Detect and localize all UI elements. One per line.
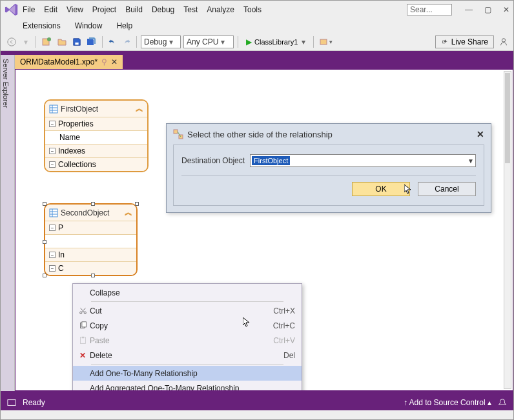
new-project-button[interactable] <box>40 35 53 49</box>
field-name[interactable]: Name <box>59 133 80 142</box>
scissors-icon <box>79 306 87 315</box>
collapse-icon[interactable]: ︽ <box>136 103 143 114</box>
ctx-add-aggregated-otm[interactable]: Add Aggregated One-To-Many Relationship <box>73 381 302 391</box>
collapse-toggle[interactable]: − <box>49 225 56 231</box>
menu-view[interactable]: View <box>67 5 83 14</box>
live-share-button[interactable]: Live Share <box>435 35 494 48</box>
dialog-close-button[interactable]: ✕ <box>477 129 484 139</box>
section-collections: C <box>58 264 64 273</box>
destination-label: Destination Object <box>181 156 245 165</box>
menu-debug[interactable]: Debug <box>152 5 174 14</box>
collapse-toggle[interactable]: − <box>49 148 56 154</box>
undo-button[interactable] <box>107 35 118 49</box>
section-indexes: Indexes <box>58 146 85 155</box>
close-button[interactable]: ✕ <box>503 5 509 14</box>
platform-combo[interactable]: Any CPU▾ <box>183 35 234 48</box>
close-tab-icon[interactable]: ✕ <box>111 57 118 66</box>
collapse-toggle[interactable]: − <box>49 252 56 258</box>
ctx-delete[interactable]: ✕DeleteDel <box>73 348 302 363</box>
collapse-toggle[interactable]: − <box>49 161 56 168</box>
vertical-scrollbar[interactable] <box>504 71 511 389</box>
search-input[interactable]: Sear... <box>407 4 452 15</box>
entity-title: SecondObject <box>61 208 122 217</box>
svg-rect-14 <box>174 130 178 134</box>
table-icon <box>49 105 58 114</box>
output-icon[interactable] <box>7 398 16 407</box>
config-combo[interactable]: Debug▾ <box>141 35 181 48</box>
ctx-copy[interactable]: CopyCtrl+C <box>73 318 302 333</box>
svg-rect-3 <box>75 42 78 45</box>
svg-rect-6 <box>50 105 57 113</box>
nav-fwd-button[interactable]: ▾ <box>20 35 32 49</box>
redo-button[interactable] <box>121 35 132 49</box>
menu-file[interactable]: File <box>23 5 35 14</box>
table-icon <box>49 208 58 217</box>
collapse-icon[interactable]: ︽ <box>125 207 132 218</box>
bell-icon[interactable] <box>498 398 507 407</box>
svg-rect-23 <box>8 400 15 406</box>
server-explorer-tab[interactable]: Server Explorer <box>1 55 15 391</box>
maximize-button[interactable]: ▢ <box>484 5 491 14</box>
status-ready: Ready <box>23 398 45 407</box>
svg-rect-22 <box>81 337 83 338</box>
collapse-toggle[interactable]: − <box>49 121 56 127</box>
relationship-dialog: Select the other side of the relationshi… <box>166 123 491 213</box>
save-button[interactable] <box>71 35 83 49</box>
svg-point-5 <box>502 38 505 41</box>
menu-edit[interactable]: Edit <box>44 5 57 14</box>
menu-help[interactable]: Help <box>116 21 132 30</box>
entity-title: FirstObject <box>61 105 133 114</box>
copy-icon <box>79 321 87 330</box>
section-indexes: In <box>58 250 65 259</box>
open-button[interactable] <box>56 35 68 49</box>
minimize-button[interactable]: — <box>465 5 473 14</box>
menu-analyze[interactable]: Analyze <box>207 5 234 14</box>
svg-rect-10 <box>50 209 57 217</box>
menu-project[interactable]: Project <box>92 5 116 14</box>
dialog-title: Select the other side of the relationshi… <box>187 130 473 139</box>
section-properties: P <box>58 223 63 232</box>
entity-firstobject[interactable]: FirstObject ︽ −Properties Name −Indexes … <box>44 99 149 172</box>
pin-icon[interactable]: ⚲ <box>101 57 107 66</box>
designer-canvas[interactable]: FirstObject ︽ −Properties Name −Indexes … <box>15 69 513 391</box>
svg-point-0 <box>8 37 15 45</box>
menu-build[interactable]: Build <box>125 5 143 14</box>
destination-combo[interactable]: FirstObject ▼ <box>250 154 476 167</box>
svg-point-2 <box>47 37 51 41</box>
relationship-icon <box>173 129 183 139</box>
delete-icon: ✕ <box>79 351 86 360</box>
menu-extensions[interactable]: Extensions <box>23 21 61 30</box>
status-bar: Ready ↑ Add to Source Control ▴ <box>1 395 513 410</box>
account-icon[interactable] <box>499 37 508 46</box>
ctx-add-one-to-many[interactable]: Add One-To-Many Relationship <box>73 366 302 381</box>
nav-back-button[interactable] <box>6 35 17 49</box>
section-properties: Properties <box>58 119 94 128</box>
svg-rect-20 <box>81 322 86 327</box>
cancel-button[interactable]: Cancel <box>418 182 476 196</box>
source-control-button[interactable]: ↑ Add to Source Control ▴ <box>404 398 491 407</box>
collapse-toggle[interactable]: − <box>49 265 56 272</box>
ok-button[interactable]: OK <box>352 182 410 196</box>
main-toolbar: ▾ Debug▾ Any CPU▾ ▶ClassLibrary1▾ ▾ Live… <box>1 33 513 51</box>
section-collections: Collections <box>58 160 96 169</box>
ctx-paste: PasteCtrl+V <box>73 333 302 348</box>
ctx-cut[interactable]: CutCtrl+X <box>73 303 302 318</box>
menu-test[interactable]: Test <box>183 5 198 14</box>
chevron-down-icon: ▼ <box>468 157 474 165</box>
menu-bar: File Edit View Project Build Debug Test … <box>23 5 407 14</box>
visual-studio-logo-icon <box>5 3 19 17</box>
save-all-button[interactable] <box>85 35 98 49</box>
start-button[interactable]: ▶ClassLibrary1▾ <box>242 35 309 49</box>
document-tab[interactable]: ORMDataModel1.xpo* ⚲ ✕ <box>15 55 123 69</box>
context-menu: Collapse CutCtrl+X CopyCtrl+C PasteCtrl+… <box>72 283 302 391</box>
ctx-collapse[interactable]: Collapse <box>73 285 302 300</box>
share-icon <box>441 38 449 46</box>
paste-icon <box>79 336 87 345</box>
menu-tools[interactable]: Tools <box>243 5 262 14</box>
entity-secondobject[interactable]: SecondObject ︽ −P −In −C <box>44 203 138 276</box>
svg-rect-4 <box>320 39 327 45</box>
menu-window[interactable]: Window <box>75 21 103 30</box>
menu-bar-row2: Extensions Window Help <box>1 19 513 33</box>
extension-button[interactable]: ▾ <box>318 35 334 49</box>
